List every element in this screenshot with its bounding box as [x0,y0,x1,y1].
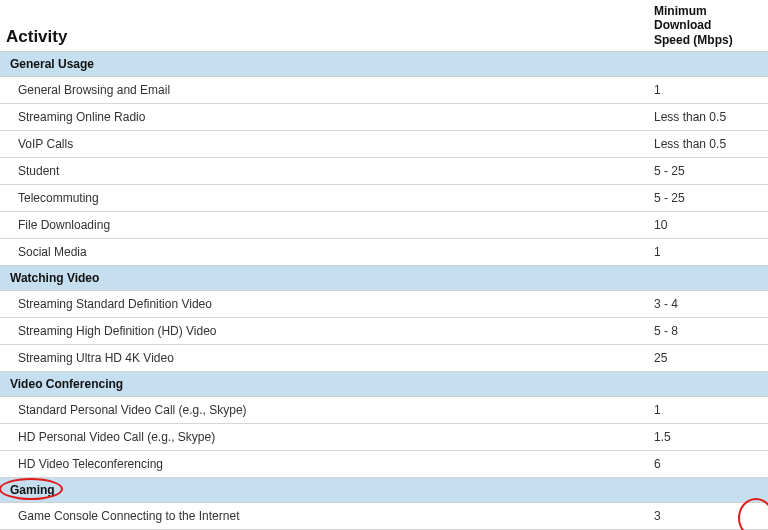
table-body: General UsageGeneral Browsing and Email1… [0,52,768,530]
table-row: Standard Personal Video Call (e.g., Skyp… [0,397,768,424]
table-row: HD Personal Video Call (e.g., Skype)1.5 [0,424,768,451]
speed-cell: 3 [648,503,768,530]
annotation-ellipse-icon [0,478,63,500]
category-label-text: Gaming [10,483,55,497]
column-header-speed: Minimum Download Speed (Mbps) [648,0,768,52]
speed-cell: 1.5 [648,424,768,451]
category-row: Gaming [0,478,768,503]
table-row: Game Console Connecting to the Internet3 [0,503,768,530]
table-row: Streaming Online RadioLess than 0.5 [0,104,768,131]
table-row: General Browsing and Email1 [0,77,768,104]
activity-cell: Streaming Online Radio [0,104,648,131]
speed-cell: Less than 0.5 [648,131,768,158]
category-row: Watching Video [0,266,768,291]
activity-cell: HD Personal Video Call (e.g., Skype) [0,424,648,451]
category-row: Video Conferencing [0,372,768,397]
activity-cell: General Browsing and Email [0,77,648,104]
speed-head-line2: Speed (Mbps) [654,33,733,47]
table-row: Social Media1 [0,239,768,266]
speed-cell: 5 - 25 [648,185,768,212]
speed-cell: 1 [648,77,768,104]
speed-cell: 5 - 8 [648,318,768,345]
speed-cell: 1 [648,239,768,266]
activity-cell: Social Media [0,239,648,266]
activity-cell: Student [0,158,648,185]
table-row: File Downloading10 [0,212,768,239]
speed-cell: 10 [648,212,768,239]
category-row: General Usage [0,52,768,77]
table-row: Streaming Ultra HD 4K Video25 [0,345,768,372]
category-label: Gaming [0,478,768,503]
table-header-row: Activity Minimum Download Speed (Mbps) [0,0,768,52]
activity-cell: Telecommuting [0,185,648,212]
category-label: Video Conferencing [0,372,768,397]
speed-requirements-table: Activity Minimum Download Speed (Mbps) G… [0,0,768,530]
activity-cell: Streaming Ultra HD 4K Video [0,345,648,372]
activity-cell: HD Video Teleconferencing [0,451,648,478]
table-row: VoIP CallsLess than 0.5 [0,131,768,158]
category-label: Watching Video [0,266,768,291]
speed-cell: 6 [648,451,768,478]
speed-cell: 25 [648,345,768,372]
table-row: Student5 - 25 [0,158,768,185]
table-row: Streaming Standard Definition Video3 - 4 [0,291,768,318]
activity-cell: File Downloading [0,212,648,239]
speed-cell: Less than 0.5 [648,104,768,131]
speed-head-line1: Minimum Download [654,4,711,32]
table-row: Streaming High Definition (HD) Video5 - … [0,318,768,345]
table-row: Telecommuting5 - 25 [0,185,768,212]
activity-cell: Game Console Connecting to the Internet [0,503,648,530]
speed-cell: 5 - 25 [648,158,768,185]
column-header-activity: Activity [0,0,648,52]
table-row: HD Video Teleconferencing6 [0,451,768,478]
activity-cell: Streaming High Definition (HD) Video [0,318,648,345]
speed-cell: 3 - 4 [648,291,768,318]
activity-cell: Standard Personal Video Call (e.g., Skyp… [0,397,648,424]
speed-cell: 1 [648,397,768,424]
category-label: General Usage [0,52,768,77]
activity-cell: VoIP Calls [0,131,648,158]
activity-cell: Streaming Standard Definition Video [0,291,648,318]
annotation-ellipse-icon [738,498,768,530]
